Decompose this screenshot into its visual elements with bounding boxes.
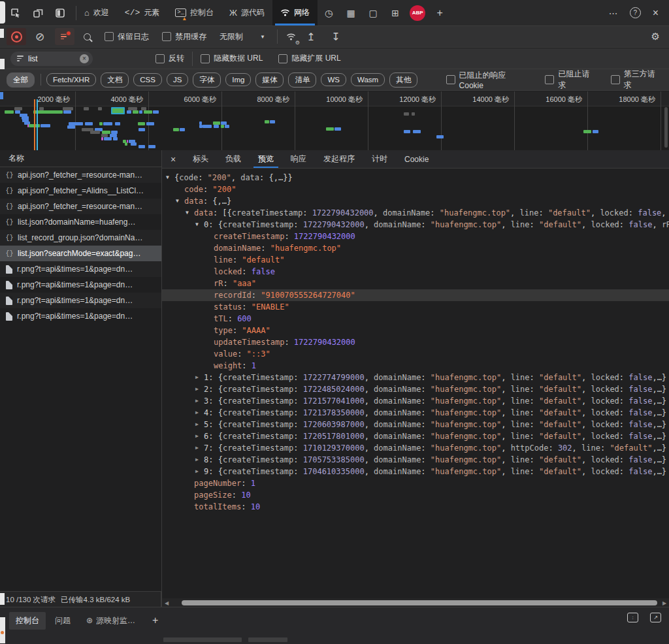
preview-line[interactable]: tTL: 600 bbox=[162, 313, 669, 325]
detail-tab-负载[interactable]: 负载 bbox=[217, 150, 250, 168]
filter-chip-js[interactable]: JS bbox=[167, 73, 188, 86]
preview-line[interactable]: ▶5: {createTimestamp: 1720603987000, dom… bbox=[162, 419, 669, 430]
expanded-arrow-icon[interactable]: ▼ bbox=[195, 219, 204, 231]
preview-line[interactable]: ▼data: {,…} bbox=[162, 195, 669, 207]
preview-line[interactable]: domainName: "huafengmc.top" bbox=[162, 242, 669, 254]
export-har-icon[interactable]: ↧ bbox=[327, 28, 344, 45]
request-row[interactable]: r.png?t=api&times=1&page=dn… bbox=[0, 261, 161, 277]
preview-line[interactable]: totalItems: 10 bbox=[162, 501, 669, 513]
extra-filter-checkbox[interactable]: 已阻止请求 bbox=[545, 69, 596, 91]
filter-chip-字体[interactable]: 字体 bbox=[193, 72, 221, 88]
abp-extension-icon[interactable]: ABP bbox=[406, 0, 429, 25]
extra-filter-checkbox[interactable]: 第三方请求 bbox=[611, 69, 662, 91]
preview-line[interactable]: rR: "aaa" bbox=[162, 278, 669, 289]
detail-tab-预览[interactable]: 预览 bbox=[250, 150, 282, 168]
tab-memory-icon[interactable]: ▦ bbox=[340, 0, 362, 25]
preview-line[interactable]: createTimestamp: 1722790432000 bbox=[162, 231, 669, 242]
drawer-tab-源映射监[interactable]: ⊛源映射监… bbox=[80, 612, 142, 630]
tab-elements[interactable]: </> 元素 bbox=[117, 0, 167, 25]
request-row[interactable]: r.png?t=api&times=1&page=dn… bbox=[0, 308, 161, 324]
detail-tab-cookie[interactable]: Cookie bbox=[396, 150, 437, 168]
detail-tab-计时[interactable]: 计时 bbox=[363, 150, 396, 168]
expanded-arrow-icon[interactable]: ▼ bbox=[176, 195, 184, 207]
preview-line[interactable]: ▶1: {createTimestamp: 1722774799000, dom… bbox=[162, 372, 669, 383]
filter-chip-fetch-xhr[interactable]: Fetch/XHR bbox=[46, 73, 96, 86]
filter-chip-全部[interactable]: 全部 bbox=[7, 72, 35, 88]
request-row[interactable]: {}list.json?domainName=huafeng… bbox=[0, 214, 161, 230]
close-detail-icon[interactable]: × bbox=[162, 154, 184, 165]
hide-data-url-checkbox[interactable]: 隐藏数据 URL bbox=[201, 53, 263, 64]
request-row[interactable]: {}api.json?_fetcher_=resource-man… bbox=[0, 167, 161, 183]
preview-line[interactable]: pageSize: 10 bbox=[162, 489, 669, 501]
collapsed-arrow-icon[interactable]: ▶ bbox=[195, 454, 204, 466]
expand-drawer-icon[interactable]: ↗ bbox=[650, 613, 661, 622]
tab-application-icon[interactable]: ▢ bbox=[362, 0, 384, 25]
preview-line[interactable]: ▼data: [{createTimestamp: 1722790432000,… bbox=[162, 207, 669, 219]
tab-performance-icon[interactable]: ◷ bbox=[318, 0, 340, 25]
expanded-arrow-icon[interactable]: ▼ bbox=[186, 207, 194, 219]
help-icon[interactable]: ? bbox=[630, 7, 641, 18]
collapsed-arrow-icon[interactable]: ▶ bbox=[195, 419, 204, 430]
tab-sources[interactable]: Ж 源代码 bbox=[221, 0, 272, 25]
preview-line[interactable]: code: "200" bbox=[162, 184, 669, 195]
filter-chip-文档[interactable]: 文档 bbox=[101, 72, 129, 88]
detail-tab-响应[interactable]: 响应 bbox=[282, 150, 315, 168]
filter-button[interactable] bbox=[55, 28, 74, 45]
expanded-arrow-icon[interactable]: ▼ bbox=[166, 172, 174, 184]
preview-line[interactable]: recordId: "910070555264727040" bbox=[162, 289, 669, 301]
drawer-tab-问题[interactable]: 问题 bbox=[48, 612, 77, 630]
preview-line[interactable]: ▶7: {createTimestamp: 1710129370000, dom… bbox=[162, 442, 669, 454]
invert-checkbox[interactable]: 反转 bbox=[155, 53, 184, 64]
request-row[interactable]: {}list_record_group.json?domainNa… bbox=[0, 230, 161, 246]
detail-horizontal-scrollbar[interactable]: ◀ ▶ bbox=[162, 598, 669, 607]
add-tab-button[interactable]: + bbox=[429, 0, 451, 25]
command-menu-icon[interactable]: : bbox=[627, 613, 638, 622]
extra-filter-checkbox[interactable]: 已阻止的响应 Cookie bbox=[446, 70, 531, 90]
throttling-select[interactable]: 无限制 ▼ bbox=[220, 31, 265, 42]
clear-filter-icon[interactable]: × bbox=[80, 54, 89, 63]
scroll-right-icon[interactable]: ▶ bbox=[660, 600, 669, 606]
filter-chip-wasm[interactable]: Wasm bbox=[351, 73, 385, 86]
tab-welcome[interactable]: ⌂ 欢迎 bbox=[76, 0, 117, 25]
preview-line[interactable]: ▶8: {createTimestamp: 1705753385000, dom… bbox=[162, 454, 669, 466]
hide-extension-url-checkbox[interactable]: 隐藏扩展 URL bbox=[278, 53, 340, 64]
filter-chip-媒体[interactable]: 媒体 bbox=[255, 72, 284, 88]
detail-tab-发起程序[interactable]: 发起程序 bbox=[315, 150, 363, 168]
request-row[interactable]: {}list.json?searchMode=exact&pag… bbox=[0, 246, 161, 261]
search-button[interactable] bbox=[78, 28, 95, 45]
tab-console[interactable]: >_ ▲ 控制台 bbox=[167, 0, 221, 25]
disable-cache-checkbox[interactable]: 禁用缓存 bbox=[162, 31, 206, 42]
clear-network-log-button[interactable]: ⊘ bbox=[31, 28, 48, 45]
request-row[interactable]: r.png?t=api&times=1&page=dn… bbox=[0, 277, 161, 293]
collapsed-arrow-icon[interactable]: ▶ bbox=[195, 372, 204, 383]
preview-line[interactable]: ▶9: {createTimestamp: 1704610335000, dom… bbox=[162, 466, 669, 477]
preview-line[interactable]: status: "ENABLE" bbox=[162, 301, 669, 313]
more-options-icon[interactable]: ⋯ bbox=[609, 8, 618, 18]
preview-line[interactable]: ▶6: {createTimestamp: 1720517801000, dom… bbox=[162, 430, 669, 442]
request-row[interactable]: {}api.json?_fetcher_=Alidns__ListCl… bbox=[0, 183, 161, 199]
detail-tab-标头[interactable]: 标头 bbox=[184, 150, 217, 168]
preview-line[interactable]: ▶3: {createTimestamp: 1721577041000, dom… bbox=[162, 395, 669, 407]
tab-network[interactable]: 网络 bbox=[272, 0, 318, 25]
request-row[interactable]: {}api.json?_fetcher_=resource-man… bbox=[0, 199, 161, 214]
preview-line[interactable]: ▶4: {createTimestamp: 1721378350000, dom… bbox=[162, 407, 669, 419]
preview-line[interactable]: line: "default" bbox=[162, 254, 669, 266]
preview-line[interactable]: updateTimestamp: 1722790432000 bbox=[162, 336, 669, 348]
timeline-scrollbar[interactable] bbox=[664, 107, 668, 148]
device-toolbar-icon[interactable] bbox=[31, 7, 44, 20]
collapsed-arrow-icon[interactable]: ▶ bbox=[195, 442, 204, 454]
filter-chip-img[interactable]: Img bbox=[225, 73, 251, 86]
network-conditions-icon[interactable]: ⚙ bbox=[283, 28, 300, 45]
collapsed-arrow-icon[interactable]: ▶ bbox=[195, 430, 204, 442]
filter-chip-ws[interactable]: WS bbox=[321, 73, 346, 86]
preview-line[interactable]: type: "AAAA" bbox=[162, 325, 669, 336]
preview-line[interactable]: ▼0: {createTimestamp: 1722790432000, dom… bbox=[162, 219, 669, 231]
scroll-left-icon[interactable]: ◀ bbox=[162, 600, 171, 606]
import-har-icon[interactable]: ↥ bbox=[302, 28, 319, 45]
filter-chip-css[interactable]: CSS bbox=[133, 73, 162, 86]
preview-line[interactable]: weight: 1 bbox=[162, 360, 669, 372]
network-settings-gear-icon[interactable]: ⚙ bbox=[651, 31, 660, 42]
collapsed-arrow-icon[interactable]: ▶ bbox=[195, 466, 204, 477]
preview-line[interactable]: value: "::3" bbox=[162, 348, 669, 360]
preview-line[interactable]: pageNumber: 1 bbox=[162, 477, 669, 489]
